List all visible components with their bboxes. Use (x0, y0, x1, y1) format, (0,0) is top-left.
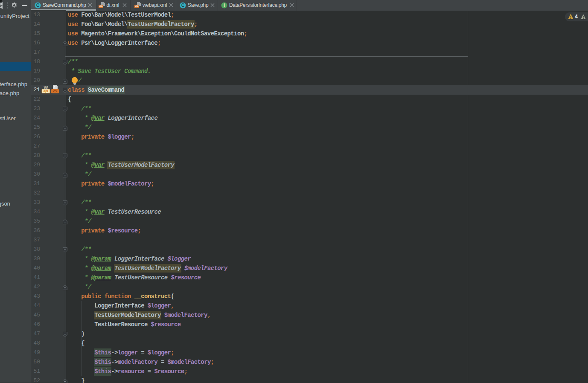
svg-text:C: C (36, 3, 39, 8)
svg-text:api: api (44, 89, 48, 93)
svg-text:<>: <> (99, 4, 103, 8)
svg-text:<>: <> (53, 89, 58, 93)
svg-text:C: C (181, 3, 184, 8)
svg-text:<>: <> (135, 4, 139, 8)
